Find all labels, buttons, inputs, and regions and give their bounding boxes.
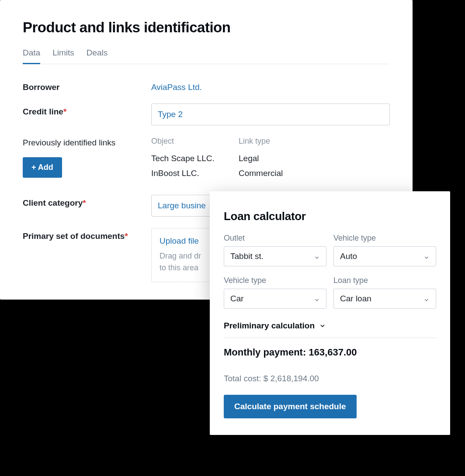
vehicle-type-2-field: Vehicle type Car — [224, 276, 326, 309]
vehicle-type-2-select[interactable]: Car — [224, 289, 326, 309]
preliminary-calc-label: Preliminary calculation — [224, 321, 315, 331]
upload-dropzone[interactable]: Upload file Drag and dr to this area — [151, 228, 212, 282]
credit-line-input[interactable] — [151, 103, 390, 125]
calculator-title: Loan calculator — [224, 210, 436, 223]
borrower-row: Borrower AviaPass Ltd. — [23, 79, 390, 92]
borrower-label: Borrower — [23, 79, 151, 92]
client-category-label: Client category* — [23, 195, 151, 208]
links-cell-type: Commercial — [239, 169, 390, 178]
chevron-down-icon — [314, 296, 320, 302]
table-row: InBoost LLC. Commercial — [151, 169, 390, 178]
monthly-payment: Monthly payment: 163,637.00 — [224, 347, 436, 358]
borrower-link[interactable]: AviaPass Ltd. — [151, 79, 390, 92]
vehicle-type-2-label: Vehicle type — [224, 276, 326, 285]
outlet-field: Outlet Tabbit st. — [224, 234, 326, 266]
outlet-select[interactable]: Tabbit st. — [224, 246, 326, 266]
tab-data[interactable]: Data — [23, 48, 40, 64]
add-link-button[interactable]: + Add — [23, 157, 62, 178]
links-header-object: Object — [151, 137, 239, 146]
loan-calculator-card: Loan calculator Outlet Tabbit st. Vehicl… — [210, 191, 450, 435]
credit-line-row: Credit line* — [23, 103, 390, 125]
vehicle-type-1-select[interactable]: Auto — [333, 246, 436, 266]
tabs: Data Limits Deals — [23, 48, 390, 64]
loan-type-label: Loan type — [333, 276, 436, 285]
links-table: Object Link type Tech Scape LLC. Legal I… — [151, 137, 390, 183]
previous-links-row: Previously identified links + Add Object… — [23, 137, 390, 183]
table-row: Tech Scape LLC. Legal — [151, 154, 390, 163]
calculate-schedule-button[interactable]: Calculate payment schedule — [224, 395, 357, 418]
previous-links-label: Previously identified links — [23, 137, 151, 149]
documents-label: Primary set of documents* — [23, 228, 151, 241]
links-cell-object: InBoost LLC. — [151, 169, 239, 178]
tab-limits[interactable]: Limits — [52, 48, 74, 64]
preliminary-calc-toggle[interactable]: Preliminary calculation — [224, 321, 436, 338]
links-header-type: Link type — [239, 137, 390, 146]
chevron-down-icon — [423, 253, 430, 259]
vehicle-type-1-label: Vehicle type — [333, 234, 436, 243]
tab-deals[interactable]: Deals — [87, 48, 108, 64]
client-category-input[interactable] — [151, 195, 212, 217]
page-title: Product and links identification — [23, 19, 390, 36]
calculator-grid: Outlet Tabbit st. Vehicle type Auto Vehi… — [224, 234, 436, 309]
links-cell-object: Tech Scape LLC. — [151, 154, 239, 163]
credit-line-label: Credit line* — [23, 103, 151, 117]
links-cell-type: Legal — [239, 154, 390, 163]
outlet-label: Outlet — [224, 234, 326, 243]
upload-hint: Drag and dr to this area — [160, 250, 204, 274]
total-cost: Total cost: $ 2,618,194.00 — [224, 374, 436, 383]
chevron-down-icon — [423, 296, 430, 302]
loan-type-select[interactable]: Car loan — [333, 289, 436, 309]
chevron-down-icon — [319, 322, 326, 329]
upload-file-link[interactable]: Upload file — [160, 236, 204, 246]
loan-type-field: Loan type Car loan — [333, 276, 436, 309]
chevron-down-icon — [314, 253, 320, 259]
vehicle-type-1-field: Vehicle type Auto — [333, 234, 436, 266]
